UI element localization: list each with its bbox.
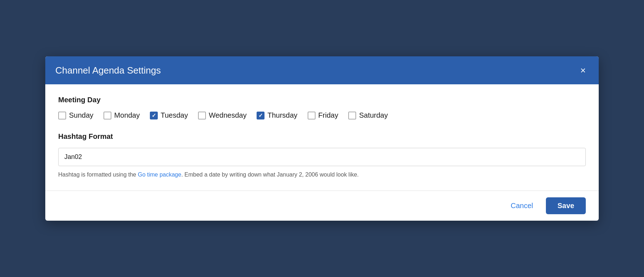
- label-tuesday: Tuesday: [161, 111, 188, 119]
- modal-body: Meeting Day Sunday Monday Tuesday Wednes…: [45, 84, 599, 191]
- label-thursday: Thursday: [267, 111, 297, 119]
- channel-agenda-settings-modal: Channel Agenda Settings × Meeting Day Su…: [45, 56, 599, 221]
- days-row: Sunday Monday Tuesday Wednesday Thursday: [58, 111, 586, 119]
- hashtag-format-section: Hashtag Format Hashtag is formatted usin…: [58, 132, 586, 179]
- checkbox-wednesday[interactable]: [198, 112, 206, 119]
- day-sunday[interactable]: Sunday: [58, 111, 93, 119]
- go-time-package-link[interactable]: Go time package: [138, 172, 181, 178]
- hashtag-input[interactable]: [64, 153, 580, 161]
- checkbox-saturday[interactable]: [348, 112, 356, 119]
- label-friday: Friday: [318, 111, 339, 119]
- day-monday[interactable]: Monday: [104, 111, 140, 119]
- hint-suffix: . Embed a date by writing down what Janu…: [181, 172, 359, 178]
- label-wednesday: Wednesday: [209, 111, 247, 119]
- label-saturday: Saturday: [359, 111, 388, 119]
- label-sunday: Sunday: [69, 111, 93, 119]
- checkbox-friday[interactable]: [308, 112, 316, 119]
- day-tuesday[interactable]: Tuesday: [150, 111, 188, 119]
- day-friday[interactable]: Friday: [308, 111, 339, 119]
- close-button[interactable]: ×: [578, 64, 589, 76]
- day-saturday[interactable]: Saturday: [348, 111, 388, 119]
- hint-prefix: Hashtag is formatted using the: [58, 172, 138, 178]
- checkbox-sunday[interactable]: [58, 112, 66, 119]
- checkbox-tuesday[interactable]: [150, 112, 158, 119]
- save-button[interactable]: Save: [546, 197, 586, 214]
- label-monday: Monday: [114, 111, 140, 119]
- cancel-button[interactable]: Cancel: [503, 198, 540, 213]
- meeting-day-label: Meeting Day: [58, 96, 586, 104]
- hashtag-hint: Hashtag is formatted using the Go time p…: [58, 170, 586, 179]
- hashtag-input-wrapper: [58, 148, 586, 166]
- checkbox-monday[interactable]: [104, 112, 111, 119]
- day-wednesday[interactable]: Wednesday: [198, 111, 247, 119]
- modal-footer: Cancel Save: [45, 191, 599, 221]
- day-thursday[interactable]: Thursday: [257, 111, 297, 119]
- modal-header: Channel Agenda Settings ×: [45, 56, 599, 84]
- modal-title: Channel Agenda Settings: [55, 65, 161, 76]
- checkbox-thursday[interactable]: [257, 112, 264, 119]
- hashtag-format-label: Hashtag Format: [58, 132, 586, 141]
